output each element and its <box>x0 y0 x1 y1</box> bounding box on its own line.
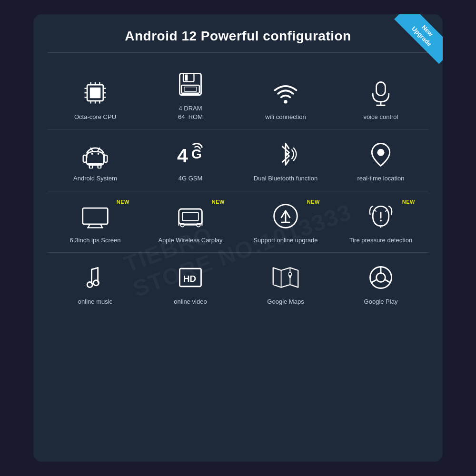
cell-maps: Google Maps <box>238 255 333 312</box>
mic-icon <box>367 79 395 107</box>
4g-icon: 4 G <box>176 140 205 169</box>
screen-icon <box>81 202 109 230</box>
screen-label: 6.3inch ips Screen <box>70 236 121 245</box>
4g-label: 4G GSM <box>178 174 203 183</box>
row-2: Android System 4 G 4G GSM Dual Bluet <box>48 131 428 188</box>
voice-label: voice control <box>364 113 398 121</box>
new-badge-screen: NEW <box>117 199 129 205</box>
dram-label: 4 DRAM64 ROM <box>178 104 203 121</box>
svg-rect-20 <box>377 82 386 96</box>
svg-line-70 <box>371 279 376 283</box>
wifi-icon <box>271 79 300 107</box>
cell-location: real-time location <box>333 131 428 188</box>
carplay-icon <box>176 202 205 230</box>
bluetooth-icon <box>271 140 300 169</box>
new-badge-carplay: NEW <box>212 199 225 205</box>
googleplay-icon <box>367 263 395 292</box>
svg-line-55 <box>385 209 387 211</box>
floppy-icon <box>176 70 205 99</box>
video-icon: HD <box>176 263 205 292</box>
svg-point-59 <box>87 282 92 287</box>
badge-text: NewUpgrade <box>395 14 443 64</box>
svg-rect-33 <box>83 155 87 162</box>
svg-text:4: 4 <box>177 145 188 167</box>
svg-point-30 <box>98 153 99 155</box>
svg-point-58 <box>380 219 382 221</box>
svg-marker-63 <box>273 268 298 287</box>
cell-wifi: wifi connection <box>238 61 333 127</box>
svg-rect-15 <box>183 74 194 82</box>
svg-rect-40 <box>83 208 108 224</box>
svg-text:HD: HD <box>183 274 196 284</box>
cell-4g: 4 G 4G GSM <box>143 131 238 188</box>
wifi-label: wifi connection <box>265 113 306 121</box>
cell-video: HD online video <box>143 255 238 312</box>
svg-rect-34 <box>104 155 108 162</box>
music-icon <box>81 263 109 292</box>
new-badge-upgrade: NEW <box>307 199 320 205</box>
cell-bluetooth: Dual Bluetooth function <box>238 131 333 188</box>
cell-octa-cpu: Octa-core CPU <box>48 61 143 127</box>
svg-rect-18 <box>184 87 197 91</box>
android-label: Android System <box>73 174 117 183</box>
location-label: real-time location <box>357 174 405 183</box>
upgrade-label: Support online upgrade <box>253 236 317 245</box>
googleplay-label: Google Play <box>364 298 398 306</box>
cell-googleplay: Google Play <box>333 255 428 312</box>
carplay-label: Apple Wireless Carplay <box>158 236 222 245</box>
cell-android: Android System <box>48 131 143 188</box>
location-icon <box>367 140 395 169</box>
maps-label: Google Maps <box>267 298 304 306</box>
svg-rect-1 <box>90 88 101 99</box>
corner-badge: NewUpgrade <box>390 14 443 67</box>
upgrade-icon <box>271 202 300 230</box>
svg-line-54 <box>375 209 377 211</box>
row-4: online music HD online video Google Maps <box>48 255 428 312</box>
svg-point-29 <box>91 153 93 155</box>
svg-line-71 <box>385 279 390 283</box>
cell-upgrade: NEW Support online upgrade <box>238 193 333 250</box>
svg-point-39 <box>377 149 385 156</box>
octa-cpu-label: Octa-core CPU <box>74 113 116 121</box>
svg-rect-16 <box>185 74 188 80</box>
page-title: Android 12 Powerful configuration <box>48 29 428 44</box>
svg-point-19 <box>284 100 288 104</box>
row-3: NEW 6.3inch ips Screen NEW Apple Wireles… <box>48 193 428 250</box>
tpms-label: Tire pressure detection <box>349 236 412 245</box>
new-badge-tpms: NEW <box>402 199 415 205</box>
bluetooth-label: Dual Bluetooth function <box>254 174 317 183</box>
svg-point-60 <box>93 280 99 285</box>
main-container: NewUpgrade TIEBROSTORE NO:1013333 Androi… <box>33 14 443 462</box>
cell-voice: voice control <box>333 61 428 127</box>
svg-rect-28 <box>87 158 103 163</box>
android-icon <box>81 140 109 169</box>
svg-point-68 <box>377 273 386 282</box>
cell-tpms: NEW Tire pressure detection <box>333 193 428 250</box>
svg-rect-45 <box>182 212 198 220</box>
music-label: online music <box>78 298 112 306</box>
cpu-icon <box>81 79 109 107</box>
svg-point-66 <box>289 272 292 275</box>
cell-dram: 4 DRAM64 ROM <box>143 61 238 127</box>
cell-screen: NEW 6.3inch ips Screen <box>48 193 143 250</box>
row-1: Octa-core CPU 4 DRAM64 ROM wifi connecti… <box>48 61 428 127</box>
tpms-icon <box>367 202 395 230</box>
video-label: online video <box>174 298 207 306</box>
maps-icon <box>271 263 300 292</box>
cell-music: online music <box>48 255 143 312</box>
cell-carplay: NEW Apple Wireless Carplay <box>143 193 238 250</box>
